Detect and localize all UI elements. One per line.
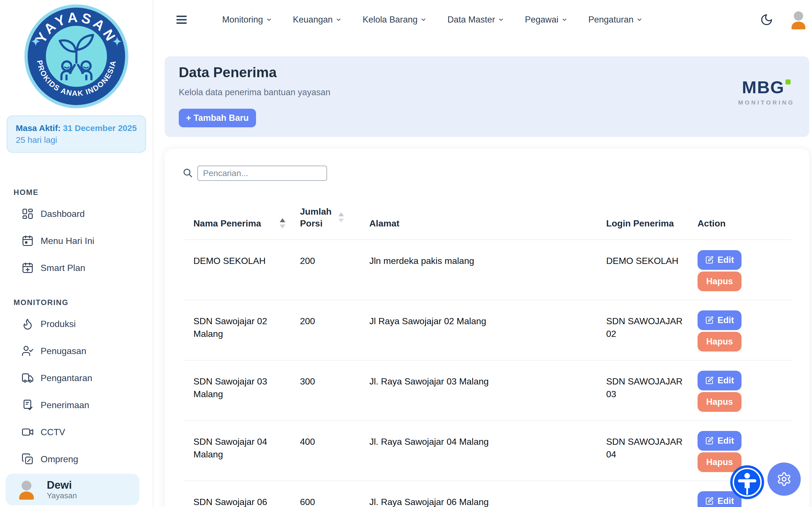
user-role: Yayasan <box>47 491 77 500</box>
sidebar-item-dashboard[interactable]: Dashboard <box>0 200 153 227</box>
sidebar-item-smart-plan[interactable]: Smart Plan <box>0 255 153 281</box>
cell-alamat: Jl. Raya Sawojajar 04 Malang <box>369 436 606 474</box>
cell-jumlah-porsi: 200 <box>300 255 369 293</box>
sidebar: YAYASAN PROKIDS ANAK INDONESIA <box>0 0 153 507</box>
column-header-label: Jumlah Porsi <box>300 206 334 229</box>
calendar-plus-icon <box>21 262 34 274</box>
cell-nama-penerima: SDN Sawojajar 02 Malang <box>193 315 300 353</box>
video-camera-icon <box>21 426 34 438</box>
user-card[interactable]: Dewi Yayasan <box>6 474 139 505</box>
search-row <box>183 166 327 181</box>
mbg-logo-text: MBG <box>742 77 784 97</box>
cell-alamat: Jl Raya Sawojajar 02 Malang <box>369 315 606 353</box>
accessibility-button[interactable] <box>730 465 764 499</box>
nav-item-label: Monitoring <box>222 15 263 25</box>
flame-icon <box>21 318 34 330</box>
hapus-button[interactable]: Hapus <box>698 392 742 412</box>
sidebar-item-cctv[interactable]: CCTV <box>0 418 153 446</box>
hapus-button[interactable]: Hapus <box>698 332 742 351</box>
main-area: Monitoring Keuangan Kelola Barang Data M… <box>153 0 812 507</box>
settings-button[interactable] <box>767 462 801 496</box>
edit-button-label: Edit <box>718 436 734 446</box>
column-header-nama-penerima[interactable]: Nama Penerima <box>193 217 300 229</box>
edit-icon <box>705 376 714 385</box>
dark-mode-moon-icon[interactable] <box>760 13 773 26</box>
nav-item-monitoring[interactable]: Monitoring <box>222 15 272 25</box>
table-header: Nama Penerima Jumlah Porsi Alamat Login … <box>185 198 792 240</box>
edit-button[interactable]: Edit <box>698 371 742 390</box>
foundation-logo: YAYASAN PROKIDS ANAK INDONESIA <box>0 0 153 112</box>
nav-item-pengaturan[interactable]: Pengaturan <box>589 15 643 25</box>
tambah-baru-button[interactable]: + Tambah Baru <box>179 109 256 127</box>
sidebar-item-menu-hari-ini[interactable]: Menu Hari Ini <box>0 227 153 255</box>
chevron-down-icon <box>420 17 426 23</box>
edit-icon <box>705 497 714 505</box>
nav-item-kelola-barang[interactable]: Kelola Barang <box>363 15 426 25</box>
chevron-down-icon <box>266 17 272 23</box>
table-row: SDN Sawojajar 03 Malang300Jl. Raya Sawoj… <box>185 360 792 421</box>
cell-nama-penerima: SDN Sawojajar 06 Malang <box>193 496 300 507</box>
cell-nama-penerima: SDN Sawojajar 04 Malang <box>193 436 300 474</box>
search-input[interactable] <box>197 166 327 181</box>
column-header-jumlah-porsi[interactable]: Jumlah Porsi <box>300 206 369 229</box>
edit-button[interactable]: Edit <box>698 250 742 270</box>
profile-avatar-icon[interactable] <box>788 9 809 31</box>
chevron-down-icon <box>637 17 643 23</box>
chevron-down-icon <box>498 17 504 23</box>
masa-aktif-date: 31 December 2025 <box>63 123 137 133</box>
column-header-alamat: Alamat <box>369 217 606 229</box>
column-header-login-penerima: Login Penerima <box>606 217 698 229</box>
sidebar-item-produksi[interactable]: Produksi <box>0 311 153 337</box>
nav-item-label: Pegawai <box>525 15 559 25</box>
sidebar-section-home: HOME <box>13 188 153 197</box>
cell-login-penerima <box>606 496 698 507</box>
edit-icon <box>705 316 714 325</box>
page-subtitle: Kelola data penerima bantuan yayasan <box>179 87 331 98</box>
calendar-icon <box>21 235 34 247</box>
dashboard-icon <box>21 208 34 220</box>
table-row: DEMO SEKOLAH200Jln merdeka pakis malangD… <box>185 240 792 300</box>
nav-item-label: Pengaturan <box>589 15 633 25</box>
chevron-down-icon <box>336 17 342 23</box>
nav-item-data-master[interactable]: Data Master <box>448 15 504 25</box>
sidebar-item-pengantaran[interactable]: Pengantaran <box>0 364 153 392</box>
sidebar-item-label: Penugasan <box>41 346 86 356</box>
masa-aktif-box: Masa Aktif: 31 December 2025 25 hari lag… <box>7 115 146 153</box>
user-check-icon <box>21 345 34 357</box>
sidebar-item-label: Ompreng <box>41 454 78 464</box>
nav-item-pegawai[interactable]: Pegawai <box>525 15 567 25</box>
table-row: SDN Sawojajar 02 Malang200Jl Raya Sawoja… <box>185 300 792 360</box>
sort-icon <box>280 218 285 228</box>
edit-button-label: Edit <box>718 315 734 325</box>
page-title: Data Penerima <box>179 64 276 80</box>
column-header-action: Action <box>698 217 792 229</box>
topbar-right <box>760 9 809 31</box>
topbar: Monitoring Keuangan Kelola Barang Data M… <box>153 0 812 40</box>
file-check-icon <box>21 399 34 411</box>
cell-login-penerima: SDN SAWOJAJAR 03 <box>606 375 698 413</box>
hamburger-menu-icon[interactable] <box>175 13 188 26</box>
cell-nama-penerima: DEMO SEKOLAH <box>193 255 300 293</box>
user-avatar <box>15 478 38 501</box>
edit-button-label: Edit <box>718 376 734 386</box>
data-table: Nama Penerima Jumlah Porsi Alamat Login … <box>185 198 792 507</box>
cell-jumlah-porsi: 400 <box>300 436 369 474</box>
accessibility-icon <box>730 465 764 499</box>
table-row: SDN Sawojajar 04 Malang400Jl. Raya Sawoj… <box>185 421 792 481</box>
hapus-button[interactable]: Hapus <box>698 272 742 291</box>
mbg-logo-subtext: MONITORING <box>738 99 795 106</box>
foundation-logo-badge: YAYASAN PROKIDS ANAK INDONESIA <box>23 3 130 110</box>
search-icon <box>183 168 193 179</box>
masa-aktif-remaining: 25 hari lagi <box>16 134 137 146</box>
sidebar-item-label: CCTV <box>41 427 65 438</box>
sidebar-item-ompreng[interactable]: Ompreng <box>0 446 153 473</box>
cell-jumlah-porsi: 200 <box>300 315 369 353</box>
sidebar-item-penugasan[interactable]: Penugasan <box>0 337 153 364</box>
edit-button[interactable]: Edit <box>698 311 742 330</box>
nav-item-keuangan[interactable]: Keuangan <box>293 15 342 25</box>
sidebar-item-penerimaan[interactable]: Penerimaan <box>0 392 153 418</box>
masa-aktif-label: Masa Aktif: <box>16 123 61 133</box>
nav-item-label: Keuangan <box>293 15 333 25</box>
edit-button[interactable]: Edit <box>698 431 742 451</box>
data-table-card: Nama Penerima Jumlah Porsi Alamat Login … <box>165 149 809 507</box>
